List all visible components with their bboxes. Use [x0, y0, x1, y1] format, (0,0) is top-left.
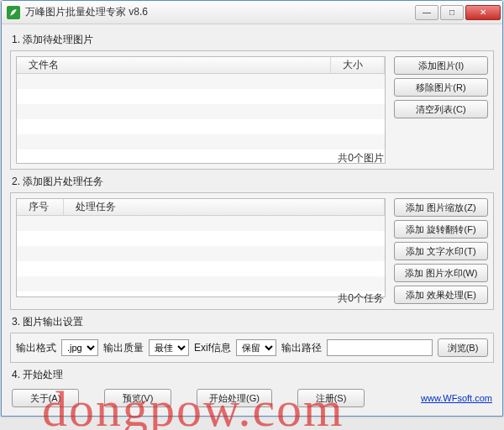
exif-select[interactable]: 保留: [236, 339, 276, 356]
minimize-button[interactable]: —: [415, 5, 438, 20]
app-icon: [7, 6, 20, 19]
col-task[interactable]: 处理任务: [64, 199, 385, 215]
section1-panel: 文件名 大小 添加图片(I) 移除图片(R) 清空列表(C) 共0个图片: [10, 50, 494, 170]
section4-label: 4. 开始处理: [12, 368, 494, 382]
section3-panel: 输出格式 .jpg 输出质量 最佳 Exif信息 保留 输出路径 浏览(B): [10, 333, 494, 363]
about-button[interactable]: 关于(A): [12, 389, 79, 407]
path-label: 输出路径: [281, 341, 322, 355]
add-effect-button[interactable]: 添加 效果处理(E): [394, 286, 488, 304]
section2-buttons: 添加 图片缩放(Z) 添加 旋转翻转(F) 添加 文字水印(T) 添加 图片水印…: [394, 198, 488, 304]
task-list-rows: [17, 216, 385, 291]
file-list[interactable]: 文件名 大小: [16, 56, 386, 164]
titlebar: 万峰图片批量处理专家 v8.6 — □ ✕: [2, 1, 502, 24]
format-select[interactable]: .jpg: [61, 339, 98, 356]
file-list-rows: [17, 74, 385, 164]
content-area: 1. 添加待处理图片 文件名 大小 添加图片(I) 移除图片(R) 清空列表(C…: [2, 24, 502, 416]
quality-select[interactable]: 最佳: [149, 339, 189, 356]
task-list-header: 序号 处理任务: [17, 199, 385, 216]
section2-panel: 序号 处理任务 添加 图片缩放(Z) 添加 旋转翻转(F) 添加 文字水印(T)…: [10, 192, 494, 310]
task-count-label: 共0个任务: [338, 291, 384, 306]
file-list-header: 文件名 大小: [17, 57, 385, 74]
add-image-button[interactable]: 添加图片(I): [394, 56, 488, 75]
start-button[interactable]: 开始处理(G): [197, 389, 272, 407]
close-button[interactable]: ✕: [465, 5, 501, 20]
col-seq[interactable]: 序号: [17, 199, 64, 215]
output-path-input[interactable]: [327, 339, 433, 356]
section1-buttons: 添加图片(I) 移除图片(R) 清空列表(C): [394, 56, 488, 164]
col-filename[interactable]: 文件名: [17, 57, 331, 73]
col-size[interactable]: 大小: [331, 57, 385, 73]
add-imgwm-button[interactable]: 添加 图片水印(W): [394, 264, 488, 282]
format-label: 输出格式: [16, 341, 56, 355]
section4-buttons: 关于(A) 预览(V) 开始处理(G) 注册(S) www.WFsoft.com: [10, 385, 494, 407]
app-window: 万峰图片批量处理专家 v8.6 — □ ✕ 1. 添加待处理图片 文件名 大小: [1, 0, 503, 417]
clear-list-button[interactable]: 清空列表(C): [394, 100, 488, 118]
file-count-label: 共0个图片: [338, 151, 384, 165]
maximize-button[interactable]: □: [440, 5, 464, 20]
section1-label: 1. 添加待处理图片: [12, 33, 494, 47]
task-list[interactable]: 序号 处理任务: [16, 198, 386, 297]
add-zoom-button[interactable]: 添加 图片缩放(Z): [394, 198, 488, 217]
register-button[interactable]: 注册(S): [297, 389, 365, 407]
window-title: 万峰图片批量处理专家 v8.6: [25, 5, 415, 19]
preview-button[interactable]: 预览(V): [104, 389, 171, 407]
section3-label: 3. 图片输出设置: [12, 315, 494, 329]
window-controls: — □ ✕: [415, 5, 501, 20]
section2-label: 2. 添加图片处理任务: [12, 175, 494, 189]
remove-image-button[interactable]: 移除图片(R): [394, 78, 488, 97]
add-rotate-button[interactable]: 添加 旋转翻转(F): [394, 220, 488, 239]
website-link[interactable]: www.WFsoft.com: [421, 393, 492, 403]
browse-button[interactable]: 浏览(B): [438, 338, 488, 357]
exif-label: Exif信息: [194, 341, 231, 355]
quality-label: 输出质量: [103, 341, 144, 355]
add-textwm-button[interactable]: 添加 文字水印(T): [394, 242, 488, 260]
